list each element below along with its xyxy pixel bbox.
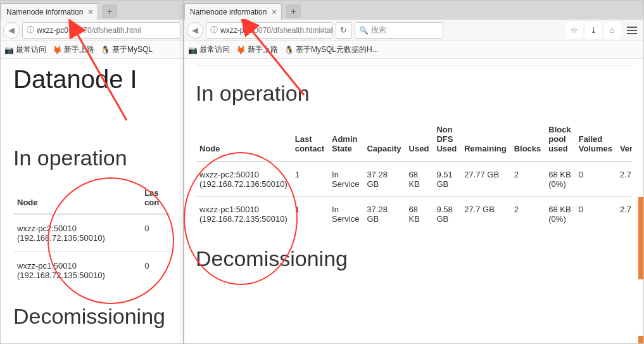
info-icon: ⓘ <box>27 25 34 35</box>
cell-cap: 37.28 GB <box>363 162 405 197</box>
new-tab-button[interactable]: + <box>286 4 301 18</box>
bm-label: 最常访问 <box>16 44 46 55</box>
home-icon[interactable]: ⌂ <box>604 22 621 39</box>
cell-used: 68 KB <box>405 197 433 232</box>
cell-admin: In Service <box>328 197 363 232</box>
back-button[interactable]: ◀ <box>3 22 20 39</box>
cell-admin: In Service <box>328 162 363 197</box>
close-icon[interactable]: × <box>88 8 92 16</box>
refresh-button[interactable]: ↻ <box>336 22 352 39</box>
cell-nondfs: 9.51 GB <box>432 162 460 197</box>
search-icon: 🔍 <box>359 26 369 35</box>
col-last-contact: Last contact <box>291 117 328 162</box>
search-input[interactable]: 🔍 搜索 <box>355 22 443 39</box>
cell-blocks: 2 <box>510 162 545 197</box>
toolbar-icons: ☆ ⤓ ⌂ <box>566 22 641 39</box>
tab-title: Namenode information <box>190 8 267 16</box>
camera-icon: 📷 <box>4 46 13 54</box>
col-capacity: Capacity <box>363 117 405 162</box>
tab-bar: Namenode information × + <box>184 1 643 20</box>
search-placeholder: 搜索 <box>371 25 386 35</box>
col-remaining: Remaining <box>460 117 510 162</box>
col-failed: Failed Volumes <box>575 117 616 162</box>
scrollbar-corner <box>638 336 643 343</box>
cell-remain: 27.7 GB <box>460 197 510 232</box>
cell-cap: 37.28 GB <box>363 197 405 232</box>
tab-namenode[interactable]: Namenode information × <box>184 3 282 20</box>
back-button[interactable]: ◀ <box>187 22 203 39</box>
section-decommissioning: Decomissioning <box>13 304 170 329</box>
menu-icon[interactable] <box>623 22 641 39</box>
bookmark-most-visited[interactable]: 📷 最常访问 <box>4 44 46 55</box>
annotation-arrow-left <box>63 19 139 127</box>
download-icon[interactable]: ⤓ <box>585 22 602 39</box>
cell-failed: 0 <box>575 162 616 197</box>
cell-used: 68 KB <box>405 162 433 197</box>
col-non-dfs: Non DFS Used <box>432 117 460 162</box>
annotation-circle-left <box>47 177 174 304</box>
annotation-circle-right <box>184 152 298 285</box>
camera-icon: 📷 <box>188 46 197 54</box>
scrollbar[interactable] <box>638 197 643 279</box>
col-version: Versi <box>616 117 632 162</box>
cell-blocks: 2 <box>510 197 545 232</box>
cell-failed: 0 <box>575 197 616 232</box>
firefox-icon: 🦊 <box>53 46 61 54</box>
table-header-row: Node Last contact Admin State Capacity U… <box>196 117 632 162</box>
cell-nondfs: 9.58 GB <box>432 197 460 232</box>
svg-line-1 <box>76 32 127 120</box>
annotation-arrow-right <box>241 19 317 101</box>
tab-title: Namenode information <box>6 8 83 16</box>
cell-pool: 68 KB (0%) <box>545 197 574 232</box>
cell-pool: 68 KB (0%) <box>545 162 574 197</box>
bm-label: 最常访问 <box>199 44 230 55</box>
close-icon[interactable]: × <box>272 8 276 16</box>
new-tab-button[interactable]: + <box>102 4 117 18</box>
info-icon: ⓘ <box>210 25 218 35</box>
col-blocks: Blocks <box>510 117 545 162</box>
cell-ver: 2.7.2 <box>616 197 632 232</box>
tab-namenode[interactable]: Namenode information × <box>1 3 98 20</box>
cell-lc: 1 <box>291 162 328 197</box>
bookmark-most-visited[interactable]: 📷 最常访问 <box>188 44 230 55</box>
star-icon[interactable]: ☆ <box>566 22 583 39</box>
cell-remain: 27.77 GB <box>460 162 510 197</box>
col-used: Used <box>405 117 433 162</box>
tab-bar: Namenode information × + <box>1 1 183 20</box>
section-in-operation: In operation <box>13 146 170 170</box>
cell-ver: 2.7.2 <box>616 162 632 197</box>
col-admin-state: Admin State <box>328 117 363 162</box>
svg-line-3 <box>250 29 304 95</box>
col-block-pool: Block pool used <box>545 117 574 162</box>
